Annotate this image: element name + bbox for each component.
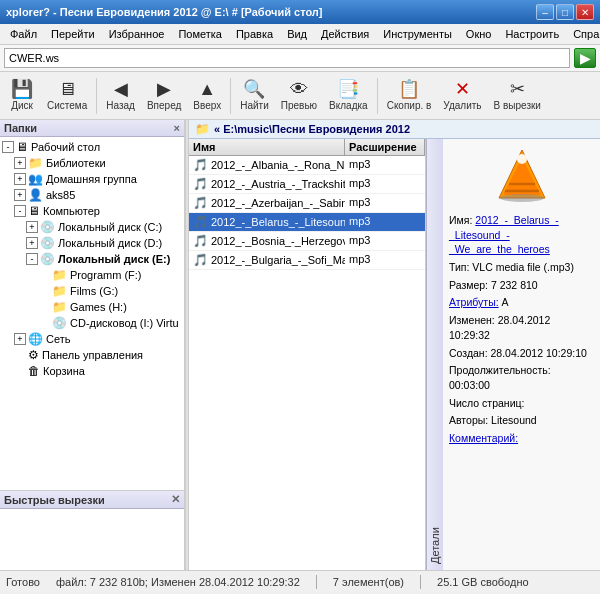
details-modified-label: Изменен: [449, 314, 495, 326]
folders-panel-close[interactable]: × [174, 122, 180, 134]
status-free-space: 25.1 GB свободно [437, 576, 529, 588]
toolbar-preview-label: Превью [281, 100, 317, 111]
menu-tools[interactable]: Инструменты [377, 26, 458, 42]
path-label: « E:\music\Песни Евровидения 2012 [214, 123, 410, 135]
toolbar-disk-button[interactable]: 💾 Диск [4, 77, 40, 114]
column-name[interactable]: Имя [189, 139, 345, 155]
toolbar-up-button[interactable]: ▲ Вверх [188, 77, 226, 114]
toolbar-system-button[interactable]: 🖥 Система [42, 77, 92, 114]
file-row[interactable]: 🎵2012_-_Azerbaijan_-_Sabina_Babayeva_-_W… [189, 194, 425, 213]
tree-item[interactable]: +💿Локальный диск (C:) [2, 219, 182, 235]
details-size-row: Размер: 7 232 810 [449, 278, 594, 293]
file-ext-cell: mp3 [345, 233, 425, 249]
toolbar-back-button[interactable]: ◀ Назад [101, 77, 140, 114]
tree-item-label: Programm (F:) [70, 269, 142, 281]
menu-view[interactable]: Вид [281, 26, 313, 42]
status-text: Готово [6, 576, 40, 588]
tree-expander[interactable]: - [14, 205, 26, 217]
tree-item-label: Сеть [46, 333, 70, 345]
tree-item[interactable]: +💿Локальный диск (D:) [2, 235, 182, 251]
menu-customize[interactable]: Настроить [499, 26, 565, 42]
file-row[interactable]: 🎵2012_-_Belarus_-_Litesound_-_We_are_the… [189, 213, 425, 232]
file-row[interactable]: 🎵2012_-_Bulgaria_-_Sofi_Marinova_-_Love_… [189, 251, 425, 270]
back-icon: ◀ [114, 80, 128, 98]
details-type-label: Тип: [449, 261, 469, 273]
maximize-button[interactable]: □ [556, 4, 574, 20]
tree-item[interactable]: 📁Programm (F:) [2, 267, 182, 283]
address-bar: ▶ [0, 45, 600, 72]
toolbar-forward-button[interactable]: ▶ Вперед [142, 77, 186, 114]
toolbar-separator-3 [377, 78, 378, 114]
menu-window[interactable]: Окно [460, 26, 498, 42]
status-divider-1 [316, 575, 317, 589]
toolbar-find-button[interactable]: 🔍 Найти [235, 77, 274, 114]
details-attributes-label[interactable]: Атрибуты: [449, 296, 499, 308]
tree-item[interactable]: +🌐Сеть [2, 331, 182, 347]
details-size-label: Размер: [449, 279, 488, 291]
address-go-button[interactable]: ▶ [574, 48, 596, 68]
tree-view[interactable]: -🖥Рабочий стол+📁Библиотеки+👥Домашняя гру… [0, 137, 184, 490]
file-row[interactable]: 🎵2012_-_Bosnia_-_Herzegovina_-_Maya_Sar_… [189, 232, 425, 251]
file-row[interactable]: 🎵2012_-_Austria_-_Trackshittaz_-_Woki_mi… [189, 175, 425, 194]
toolbar-up-label: Вверх [193, 100, 221, 111]
toolbar-forward-label: Вперед [147, 100, 181, 111]
tree-item[interactable]: +👥Домашняя группа [2, 171, 182, 187]
tree-item[interactable]: -🖥Рабочий стол [2, 139, 182, 155]
details-comments-label[interactable]: Комментарий: [449, 432, 518, 444]
details-filename-row: Имя: 2012_-_Belarus_-_Litesound_-_We_are… [449, 213, 594, 257]
menu-mark[interactable]: Пометка [172, 26, 228, 42]
address-input[interactable] [4, 48, 570, 68]
tree-expander[interactable]: + [14, 157, 26, 169]
tree-expander[interactable]: + [14, 189, 26, 201]
tree-expander[interactable] [14, 365, 26, 377]
tree-item[interactable]: -💿Локальный диск (E:) [2, 251, 182, 267]
tree-item-icon: 📁 [52, 300, 67, 314]
file-list[interactable]: Имя Расширение 🎵2012_-_Albania_-_Rona_Ni… [189, 139, 425, 570]
minimize-button[interactable]: – [536, 4, 554, 20]
toolbar-copy-button[interactable]: 📋 Скопир. в [382, 77, 437, 114]
toolbar-cuts-button[interactable]: ✂ В вырезки [489, 77, 546, 114]
toolbar-preview-button[interactable]: 👁 Превью [276, 77, 322, 114]
file-name-cell: 🎵2012_-_Austria_-_Trackshittaz_-_Woki_mi… [189, 176, 345, 192]
tree-item-icon: 📁 [52, 284, 67, 298]
tree-expander[interactable]: + [26, 221, 38, 233]
tree-item[interactable]: 🗑Корзина [2, 363, 182, 379]
menu-file[interactable]: Файл [4, 26, 43, 42]
tree-expander[interactable]: + [14, 173, 26, 185]
tree-item[interactable]: 📁Games (H:) [2, 299, 182, 315]
close-button[interactable]: ✕ [576, 4, 594, 20]
details-tab[interactable]: Детали [426, 139, 443, 570]
svg-point-4 [500, 194, 544, 202]
tree-item[interactable]: 💿CD-дисковод (I:) Virtu [2, 315, 182, 331]
quick-cuts-close[interactable]: ✕ [171, 493, 180, 506]
toolbar-tab-button[interactable]: 📑 Вкладка [324, 77, 373, 114]
menu-help[interactable]: Справка [567, 26, 600, 42]
menu-favorites[interactable]: Избранное [103, 26, 171, 42]
toolbar-delete-button[interactable]: ✕ Удалить [438, 77, 486, 114]
tree-item[interactable]: +👤aks85 [2, 187, 182, 203]
tree-expander[interactable] [38, 269, 50, 281]
tree-item[interactable]: -🖥Компьютер [2, 203, 182, 219]
menu-edit[interactable]: Правка [230, 26, 279, 42]
tree-item[interactable]: +📁Библиотеки [2, 155, 182, 171]
tree-expander[interactable] [14, 349, 26, 361]
details-filename-label: Имя: [449, 214, 472, 226]
menu-actions[interactable]: Действия [315, 26, 375, 42]
tree-expander[interactable]: + [26, 237, 38, 249]
tree-item[interactable]: 📁Films (G:) [2, 283, 182, 299]
tree-expander[interactable] [38, 301, 50, 313]
tree-item-label: Библиотеки [46, 157, 106, 169]
disk-icon: 💾 [11, 80, 33, 98]
tree-expander[interactable]: + [14, 333, 26, 345]
file-row[interactable]: 🎵2012_-_Albania_-_Rona_Nishliu_-_Suusmp3 [189, 156, 425, 175]
menu-goto[interactable]: Перейти [45, 26, 101, 42]
tree-expander[interactable]: - [2, 141, 14, 153]
tree-expander[interactable] [38, 317, 50, 329]
file-type-icon: 🎵 [193, 196, 208, 210]
column-ext[interactable]: Расширение [345, 139, 425, 155]
details-attributes-row: Атрибуты: A [449, 295, 594, 310]
tree-expander[interactable] [38, 285, 50, 297]
tree-item[interactable]: ⚙Панель управления [2, 347, 182, 363]
tree-expander[interactable]: - [26, 253, 38, 265]
tree-item-label: Games (H:) [70, 301, 127, 313]
